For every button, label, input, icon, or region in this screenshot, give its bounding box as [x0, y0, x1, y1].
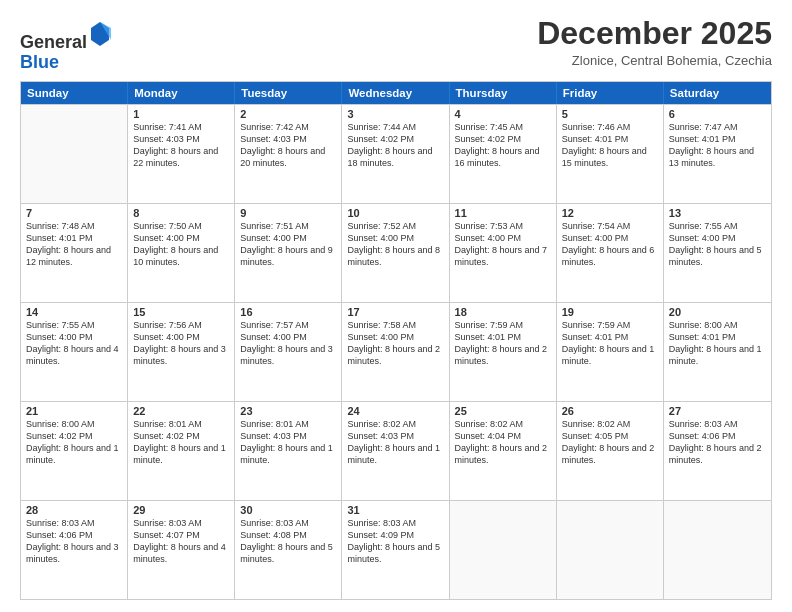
day-number: 31	[347, 504, 443, 516]
empty-cell-r4c5	[557, 501, 664, 599]
day-cell-22: 22Sunrise: 8:01 AM Sunset: 4:02 PM Dayli…	[128, 402, 235, 500]
day-cell-26: 26Sunrise: 8:02 AM Sunset: 4:05 PM Dayli…	[557, 402, 664, 500]
day-details: Sunrise: 7:41 AM Sunset: 4:03 PM Dayligh…	[133, 121, 229, 170]
day-details: Sunrise: 8:00 AM Sunset: 4:01 PM Dayligh…	[669, 319, 766, 368]
day-details: Sunrise: 8:03 AM Sunset: 4:08 PM Dayligh…	[240, 517, 336, 566]
day-cell-29: 29Sunrise: 8:03 AM Sunset: 4:07 PM Dayli…	[128, 501, 235, 599]
day-number: 15	[133, 306, 229, 318]
day-cell-21: 21Sunrise: 8:00 AM Sunset: 4:02 PM Dayli…	[21, 402, 128, 500]
day-details: Sunrise: 8:01 AM Sunset: 4:02 PM Dayligh…	[133, 418, 229, 467]
day-details: Sunrise: 7:57 AM Sunset: 4:00 PM Dayligh…	[240, 319, 336, 368]
day-number: 26	[562, 405, 658, 417]
day-number: 4	[455, 108, 551, 120]
day-cell-25: 25Sunrise: 8:02 AM Sunset: 4:04 PM Dayli…	[450, 402, 557, 500]
day-cell-7: 7Sunrise: 7:48 AM Sunset: 4:01 PM Daylig…	[21, 204, 128, 302]
calendar-row-2: 7Sunrise: 7:48 AM Sunset: 4:01 PM Daylig…	[21, 203, 771, 302]
day-number: 25	[455, 405, 551, 417]
logo-general: General	[20, 32, 87, 52]
day-number: 23	[240, 405, 336, 417]
day-number: 6	[669, 108, 766, 120]
day-details: Sunrise: 7:52 AM Sunset: 4:00 PM Dayligh…	[347, 220, 443, 269]
day-details: Sunrise: 8:01 AM Sunset: 4:03 PM Dayligh…	[240, 418, 336, 467]
day-cell-5: 5Sunrise: 7:46 AM Sunset: 4:01 PM Daylig…	[557, 105, 664, 203]
day-details: Sunrise: 7:53 AM Sunset: 4:00 PM Dayligh…	[455, 220, 551, 269]
logo: General Blue	[20, 20, 111, 73]
day-number: 17	[347, 306, 443, 318]
day-details: Sunrise: 7:42 AM Sunset: 4:03 PM Dayligh…	[240, 121, 336, 170]
day-cell-27: 27Sunrise: 8:03 AM Sunset: 4:06 PM Dayli…	[664, 402, 771, 500]
day-cell-23: 23Sunrise: 8:01 AM Sunset: 4:03 PM Dayli…	[235, 402, 342, 500]
page-header: General Blue December 2025 Zlonice, Cent…	[20, 16, 772, 73]
day-number: 13	[669, 207, 766, 219]
day-number: 29	[133, 504, 229, 516]
day-details: Sunrise: 7:55 AM Sunset: 4:00 PM Dayligh…	[669, 220, 766, 269]
calendar: SundayMondayTuesdayWednesdayThursdayFrid…	[20, 81, 772, 600]
weekday-header-friday: Friday	[557, 82, 664, 104]
weekday-header-monday: Monday	[128, 82, 235, 104]
day-details: Sunrise: 8:03 AM Sunset: 4:06 PM Dayligh…	[669, 418, 766, 467]
day-cell-4: 4Sunrise: 7:45 AM Sunset: 4:02 PM Daylig…	[450, 105, 557, 203]
day-details: Sunrise: 8:03 AM Sunset: 4:06 PM Dayligh…	[26, 517, 122, 566]
day-cell-20: 20Sunrise: 8:00 AM Sunset: 4:01 PM Dayli…	[664, 303, 771, 401]
day-cell-10: 10Sunrise: 7:52 AM Sunset: 4:00 PM Dayli…	[342, 204, 449, 302]
calendar-row-3: 14Sunrise: 7:55 AM Sunset: 4:00 PM Dayli…	[21, 302, 771, 401]
day-details: Sunrise: 7:50 AM Sunset: 4:00 PM Dayligh…	[133, 220, 229, 269]
day-number: 10	[347, 207, 443, 219]
day-number: 7	[26, 207, 122, 219]
day-details: Sunrise: 7:51 AM Sunset: 4:00 PM Dayligh…	[240, 220, 336, 269]
logo-blue: Blue	[20, 52, 59, 72]
day-number: 24	[347, 405, 443, 417]
day-details: Sunrise: 7:59 AM Sunset: 4:01 PM Dayligh…	[455, 319, 551, 368]
calendar-body: 1Sunrise: 7:41 AM Sunset: 4:03 PM Daylig…	[21, 104, 771, 599]
day-number: 16	[240, 306, 336, 318]
day-cell-17: 17Sunrise: 7:58 AM Sunset: 4:00 PM Dayli…	[342, 303, 449, 401]
day-details: Sunrise: 7:54 AM Sunset: 4:00 PM Dayligh…	[562, 220, 658, 269]
day-cell-12: 12Sunrise: 7:54 AM Sunset: 4:00 PM Dayli…	[557, 204, 664, 302]
day-cell-14: 14Sunrise: 7:55 AM Sunset: 4:00 PM Dayli…	[21, 303, 128, 401]
empty-cell-r4c6	[664, 501, 771, 599]
day-cell-2: 2Sunrise: 7:42 AM Sunset: 4:03 PM Daylig…	[235, 105, 342, 203]
day-number: 3	[347, 108, 443, 120]
day-cell-24: 24Sunrise: 8:02 AM Sunset: 4:03 PM Dayli…	[342, 402, 449, 500]
calendar-row-1: 1Sunrise: 7:41 AM Sunset: 4:03 PM Daylig…	[21, 104, 771, 203]
day-number: 18	[455, 306, 551, 318]
day-number: 19	[562, 306, 658, 318]
day-cell-30: 30Sunrise: 8:03 AM Sunset: 4:08 PM Dayli…	[235, 501, 342, 599]
day-number: 1	[133, 108, 229, 120]
day-details: Sunrise: 8:02 AM Sunset: 4:05 PM Dayligh…	[562, 418, 658, 467]
day-cell-15: 15Sunrise: 7:56 AM Sunset: 4:00 PM Dayli…	[128, 303, 235, 401]
day-cell-16: 16Sunrise: 7:57 AM Sunset: 4:00 PM Dayli…	[235, 303, 342, 401]
day-details: Sunrise: 7:44 AM Sunset: 4:02 PM Dayligh…	[347, 121, 443, 170]
day-details: Sunrise: 7:48 AM Sunset: 4:01 PM Dayligh…	[26, 220, 122, 269]
day-number: 22	[133, 405, 229, 417]
day-number: 9	[240, 207, 336, 219]
day-details: Sunrise: 7:59 AM Sunset: 4:01 PM Dayligh…	[562, 319, 658, 368]
day-number: 21	[26, 405, 122, 417]
empty-cell-r0c0	[21, 105, 128, 203]
day-cell-18: 18Sunrise: 7:59 AM Sunset: 4:01 PM Dayli…	[450, 303, 557, 401]
day-number: 2	[240, 108, 336, 120]
day-cell-13: 13Sunrise: 7:55 AM Sunset: 4:00 PM Dayli…	[664, 204, 771, 302]
calendar-row-4: 21Sunrise: 8:00 AM Sunset: 4:02 PM Dayli…	[21, 401, 771, 500]
day-details: Sunrise: 8:02 AM Sunset: 4:03 PM Dayligh…	[347, 418, 443, 467]
weekday-header-wednesday: Wednesday	[342, 82, 449, 104]
day-number: 8	[133, 207, 229, 219]
day-details: Sunrise: 7:56 AM Sunset: 4:00 PM Dayligh…	[133, 319, 229, 368]
day-cell-6: 6Sunrise: 7:47 AM Sunset: 4:01 PM Daylig…	[664, 105, 771, 203]
day-number: 12	[562, 207, 658, 219]
day-cell-11: 11Sunrise: 7:53 AM Sunset: 4:00 PM Dayli…	[450, 204, 557, 302]
day-number: 28	[26, 504, 122, 516]
day-cell-3: 3Sunrise: 7:44 AM Sunset: 4:02 PM Daylig…	[342, 105, 449, 203]
day-details: Sunrise: 7:55 AM Sunset: 4:00 PM Dayligh…	[26, 319, 122, 368]
day-details: Sunrise: 8:00 AM Sunset: 4:02 PM Dayligh…	[26, 418, 122, 467]
day-cell-31: 31Sunrise: 8:03 AM Sunset: 4:09 PM Dayli…	[342, 501, 449, 599]
day-details: Sunrise: 7:45 AM Sunset: 4:02 PM Dayligh…	[455, 121, 551, 170]
day-number: 11	[455, 207, 551, 219]
day-cell-9: 9Sunrise: 7:51 AM Sunset: 4:00 PM Daylig…	[235, 204, 342, 302]
weekday-header-sunday: Sunday	[21, 82, 128, 104]
day-cell-8: 8Sunrise: 7:50 AM Sunset: 4:00 PM Daylig…	[128, 204, 235, 302]
logo-icon	[89, 20, 111, 48]
title-block: December 2025 Zlonice, Central Bohemia, …	[537, 16, 772, 68]
day-details: Sunrise: 8:02 AM Sunset: 4:04 PM Dayligh…	[455, 418, 551, 467]
day-details: Sunrise: 8:03 AM Sunset: 4:07 PM Dayligh…	[133, 517, 229, 566]
